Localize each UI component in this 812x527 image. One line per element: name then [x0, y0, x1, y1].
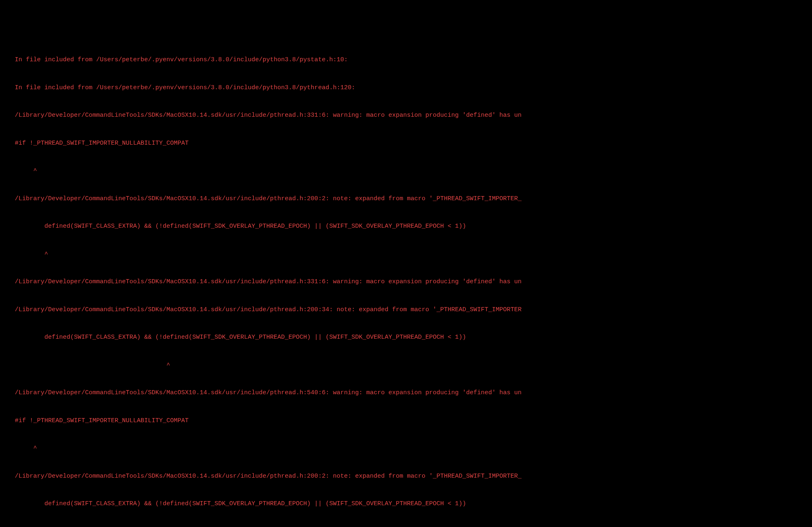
terminal-line: In file included from /Users/peterbe/.py…: [0, 55, 812, 65]
terminal-output[interactable]: In file included from /Users/peterbe/.py…: [0, 37, 812, 527]
terminal-line: #if !_PTHREAD_SWIFT_IMPORTER_NULLABILITY…: [0, 416, 812, 426]
terminal-line: /Library/Developer/CommandLineTools/SDKs…: [0, 388, 812, 398]
terminal-line: defined(SWIFT_CLASS_EXTRA) && (!defined(…: [0, 333, 812, 342]
terminal-line: ^: [0, 166, 812, 176]
terminal-line: /Library/Developer/CommandLineTools/SDKs…: [0, 277, 812, 287]
terminal-line: /Library/Developer/CommandLineTools/SDKs…: [0, 111, 812, 120]
terminal-line: defined(SWIFT_CLASS_EXTRA) && (!defined(…: [0, 499, 812, 509]
terminal-line: /Library/Developer/CommandLineTools/SDKs…: [0, 194, 812, 204]
terminal-line: #if !_PTHREAD_SWIFT_IMPORTER_NULLABILITY…: [0, 139, 812, 148]
terminal-line: ^: [0, 250, 812, 259]
terminal-line: ^: [0, 361, 812, 370]
terminal-line: /Library/Developer/CommandLineTools/SDKs…: [0, 472, 812, 481]
terminal-line: /Library/Developer/CommandLineTools/SDKs…: [0, 305, 812, 315]
terminal-line: defined(SWIFT_CLASS_EXTRA) && (!defined(…: [0, 222, 812, 231]
terminal-line: In file included from /Users/peterbe/.py…: [0, 83, 812, 93]
terminal-line: ^: [0, 444, 812, 453]
